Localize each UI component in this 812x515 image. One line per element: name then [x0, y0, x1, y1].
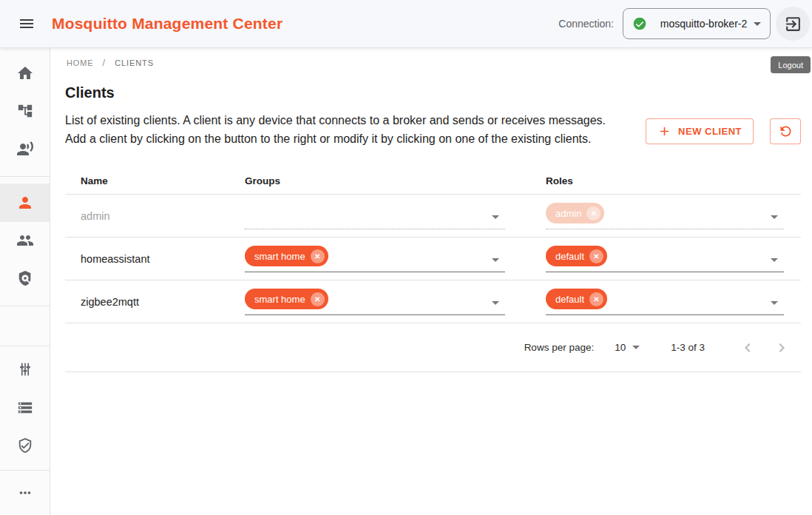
chevron-down-icon — [492, 215, 499, 219]
chip-label: admin — [555, 208, 581, 219]
new-client-label: NEW CLIENT — [678, 126, 742, 137]
previous-page-button[interactable] — [733, 333, 762, 363]
client-name: admin — [81, 210, 110, 222]
chevron-left-icon — [739, 339, 757, 357]
page-title: Clients — [65, 84, 801, 101]
new-client-button[interactable]: NEW CLIENT — [646, 118, 754, 144]
chip-label: smart home — [254, 294, 305, 305]
more-horiz-icon — [17, 485, 33, 501]
client-name: zigbee2mqtt — [81, 296, 139, 308]
chip-delete-icon[interactable]: ✕ — [589, 249, 603, 263]
pagination-range: 1-3 of 3 — [671, 342, 705, 353]
sidebar-item-listeners[interactable] — [0, 131, 50, 166]
connection-select[interactable]: mosquitto-broker-2 — [623, 8, 771, 39]
chip-delete-icon[interactable]: ✕ — [311, 292, 325, 306]
refresh-ccw-icon — [778, 124, 794, 139]
sidebar-divider — [0, 470, 50, 471]
breadcrumb-home[interactable]: HOME — [67, 58, 94, 67]
check-circle-icon — [632, 16, 647, 31]
chip[interactable]: smart home✕ — [245, 289, 328, 309]
app-title: Mosquitto Management Center — [52, 15, 282, 33]
sidebar-item-more[interactable] — [0, 475, 50, 511]
sidebar-divider — [0, 346, 50, 346]
sliders-icon — [17, 362, 33, 378]
rows-per-page-value[interactable]: 10 — [615, 342, 626, 353]
sidebar-item-topic-tree[interactable] — [0, 93, 50, 129]
sidebar-item-roles[interactable] — [0, 260, 50, 296]
groups-chips: smart home✕ — [245, 246, 328, 271]
storage-list-icon — [17, 400, 33, 416]
home-icon — [16, 64, 34, 82]
verified-shield-icon — [17, 437, 33, 454]
logout-tooltip: Logout — [771, 56, 811, 73]
groups-select[interactable]: smart home✕ — [245, 245, 505, 272]
sidebar-divider — [0, 176, 50, 177]
client-name: homeassistant — [81, 253, 150, 265]
main-content: HOME / CLIENTS Clients List of existing … — [50, 47, 812, 515]
person-icon — [16, 194, 34, 212]
chip-delete-icon[interactable]: ✕ — [589, 292, 603, 306]
logout-button[interactable] — [776, 7, 810, 41]
refresh-button[interactable] — [770, 118, 801, 144]
clients-table: Name Groups Roles admin admin✕ homeassis… — [65, 167, 801, 372]
app-bar: Mosquitto Management Center Connection: … — [0, 0, 812, 47]
table-row[interactable]: homeassistant smart home✕ default✕ — [65, 238, 801, 280]
column-header-name: Name — [65, 175, 245, 186]
policy-shield-search-icon — [17, 270, 33, 286]
chip-label: default — [555, 251, 584, 262]
chip[interactable]: smart home✕ — [245, 246, 328, 266]
chevron-down-icon — [492, 301, 499, 305]
record-voice-over-icon — [16, 140, 34, 158]
chevron-down-icon — [771, 215, 778, 219]
sidebar-item-clients[interactable] — [0, 184, 50, 222]
exit-to-app-icon — [784, 15, 802, 33]
chip[interactable]: default✕ — [546, 246, 607, 266]
chevron-right-icon — [773, 339, 791, 357]
column-header-groups: Groups — [245, 175, 546, 186]
roles-chips: default✕ — [546, 246, 607, 271]
roles-chips: admin✕ — [546, 203, 604, 228]
chip-delete-icon[interactable]: ✕ — [586, 206, 600, 221]
chevron-down-icon[interactable] — [632, 346, 640, 349]
sidebar-item-logs[interactable] — [0, 390, 50, 425]
table-body: admin admin✕ homeassistant smart home✕ — [65, 195, 801, 323]
chevron-down-icon — [754, 22, 761, 26]
page-description: List of existing clients. A client is an… — [65, 111, 614, 148]
sidebar-item-security[interactable] — [0, 428, 50, 463]
sidebar-item-groups[interactable] — [0, 223, 50, 258]
roles-select[interactable]: default✕ — [546, 288, 784, 315]
pagination-bar: Rows per page: 10 1-3 of 3 — [65, 323, 801, 372]
table-row[interactable]: admin admin✕ — [65, 195, 801, 238]
roles-select[interactable]: admin✕ — [546, 202, 784, 229]
next-page-button[interactable] — [767, 333, 796, 363]
chip[interactable]: default✕ — [546, 289, 607, 309]
table-row[interactable]: zigbee2mqtt smart home✕ default✕ — [65, 280, 801, 323]
groups-select[interactable] — [245, 202, 505, 229]
column-header-roles: Roles — [546, 175, 801, 186]
rows-per-page-label: Rows per page: — [524, 342, 595, 353]
people-icon — [16, 232, 34, 249]
table-header-row: Name Groups Roles — [65, 167, 801, 195]
breadcrumb-clients: CLIENTS — [115, 58, 154, 67]
breadcrumb-separator: / — [103, 57, 106, 68]
chevron-down-icon — [771, 258, 778, 262]
groups-select[interactable]: smart home✕ — [245, 288, 505, 315]
chevron-down-icon — [492, 258, 499, 262]
connection-value: mosquitto-broker-2 — [654, 18, 754, 30]
hamburger-menu-icon[interactable] — [12, 9, 41, 38]
groups-chips: smart home✕ — [245, 289, 328, 314]
sidebar-divider — [0, 306, 50, 306]
roles-chips: default✕ — [546, 289, 607, 314]
chip-label: smart home — [254, 251, 305, 262]
breadcrumb: HOME / CLIENTS — [67, 57, 801, 68]
roles-select[interactable]: default✕ — [546, 245, 784, 272]
sidebar-item-home[interactable] — [0, 55, 50, 91]
sidebar — [0, 47, 50, 515]
chevron-down-icon — [771, 301, 778, 305]
sidebar-item-settings[interactable] — [0, 352, 50, 388]
chip[interactable]: admin✕ — [546, 203, 604, 223]
chip-delete-icon[interactable]: ✕ — [311, 249, 325, 263]
chip-label: default — [555, 294, 584, 305]
connection-label: Connection: — [558, 18, 614, 30]
plus-icon — [657, 124, 671, 138]
